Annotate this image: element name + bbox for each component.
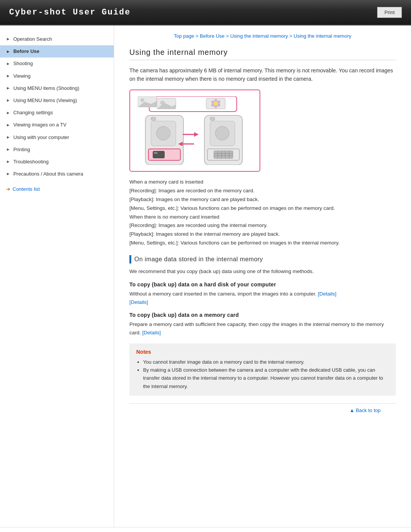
breadcrumb-top[interactable]: Top page bbox=[174, 33, 194, 39]
breadcrumb-before-use[interactable]: Before Use bbox=[200, 33, 225, 39]
svg-point-36 bbox=[211, 104, 214, 107]
arrow-icon: ► bbox=[6, 85, 10, 91]
svg-marker-8 bbox=[194, 132, 199, 137]
sidebar-item-printing[interactable]: ► Printing bbox=[0, 144, 114, 156]
notes-list: You cannot transfer image data on a memo… bbox=[136, 358, 389, 391]
svg-rect-15 bbox=[214, 151, 233, 158]
description-list: When a memory card is inserted [Recordin… bbox=[129, 178, 396, 248]
desc-line-6: [Playback]: Images stored in the interna… bbox=[129, 230, 396, 239]
notes-box: Notes You cannot transfer image data on … bbox=[129, 343, 396, 396]
section1-heading: On image data stored in the internal mem… bbox=[129, 255, 396, 264]
main-layout: ► Operation Search ► Before Use ► Shooti… bbox=[0, 26, 411, 527]
arrow-icon: ► bbox=[6, 171, 10, 177]
arrow-icon: ► bbox=[6, 134, 10, 140]
svg-point-37 bbox=[211, 101, 214, 104]
details-link-2[interactable]: [Details] bbox=[129, 299, 148, 305]
notes-title: Notes bbox=[136, 349, 389, 355]
sidebar-item-viewing[interactable]: ► Viewing bbox=[0, 70, 114, 82]
sidebar-item-menu-shooting[interactable]: ► Using MENU items (Shooting) bbox=[0, 82, 114, 94]
arrow-icon: ► bbox=[6, 110, 10, 116]
subsection1-heading: To copy (back up) data on a hard disk of… bbox=[129, 281, 396, 288]
details-link-1[interactable]: [Details] bbox=[318, 291, 336, 297]
breadcrumb-current[interactable]: Using the internal memory bbox=[294, 33, 352, 39]
sidebar-item-viewing-tv[interactable]: ► Viewing images on a TV bbox=[0, 119, 114, 131]
back-to-top-link[interactable]: ▲ Back to top bbox=[349, 407, 381, 413]
svg-point-13 bbox=[215, 126, 229, 140]
details-link-3[interactable]: [Details] bbox=[142, 330, 161, 335]
sidebar-item-menu-viewing[interactable]: ► Using MENU items (Viewing) bbox=[0, 94, 114, 107]
back-to-top[interactable]: ▲ Back to top bbox=[129, 403, 396, 415]
desc-line-5: [Recording]: Images are recorded using t… bbox=[129, 221, 396, 230]
arrow-icon: ► bbox=[6, 122, 10, 128]
notes-item-0: You cannot transfer image data on a memo… bbox=[143, 358, 389, 366]
svg-point-28 bbox=[140, 98, 144, 102]
print-button[interactable]: Print bbox=[377, 7, 402, 18]
desc-line-2: [Playback]: Images on the memory card ar… bbox=[129, 195, 396, 204]
sidebar-item-precautions[interactable]: ► Precautions / About this camera bbox=[0, 168, 114, 180]
svg-rect-22 bbox=[210, 117, 215, 120]
subsection2-text: Prepare a memory card with sufficient fr… bbox=[129, 320, 396, 337]
blue-bar-icon bbox=[129, 255, 131, 264]
notes-item-1: By making a USB connection between the c… bbox=[143, 366, 389, 390]
desc-line-0: When a memory card is inserted bbox=[129, 178, 396, 187]
desc-line-3: [Menu, Settings, etc.]: Various function… bbox=[129, 204, 396, 213]
intro-text: The camera has approximately 6 MB of int… bbox=[129, 66, 396, 83]
breadcrumb: Top page > Before Use > Using the intern… bbox=[129, 32, 396, 40]
camera-illustration bbox=[129, 89, 260, 172]
sidebar-item-before-use[interactable]: ► Before Use bbox=[0, 45, 114, 58]
subsection1-text: Without a memory card inserted in the ca… bbox=[129, 290, 396, 307]
footer: Copyright 2011 Sony Corporation bbox=[0, 527, 411, 532]
sidebar-item-shooting[interactable]: ► Shooting bbox=[0, 58, 114, 70]
desc-line-7: [Menu, Settings, etc.]: Various function… bbox=[129, 239, 396, 248]
svg-rect-6 bbox=[151, 117, 156, 120]
page-title: Using the internal memory bbox=[129, 48, 396, 60]
breadcrumb-internal-memory[interactable]: Using the internal memory bbox=[230, 33, 288, 39]
subsection2-heading: To copy (back up) data on a memory card bbox=[129, 312, 396, 318]
arrow-icon: ► bbox=[6, 36, 10, 42]
svg-point-2 bbox=[156, 126, 170, 140]
sidebar-item-changing-settings[interactable]: ► Changing settings bbox=[0, 107, 114, 119]
section1-recommend: We recommend that you copy (back up) dat… bbox=[129, 267, 396, 276]
content-area: Top page > Before Use > Using the intern… bbox=[114, 26, 411, 527]
svg-rect-5 bbox=[154, 152, 158, 154]
arrow-icon: ► bbox=[6, 97, 10, 103]
svg-point-38 bbox=[214, 102, 218, 105]
sidebar-item-operation-search[interactable]: ► Operation Search bbox=[0, 33, 114, 45]
contents-list-link[interactable]: ➜ Contents list bbox=[0, 182, 114, 196]
contents-arrow-icon: ➜ bbox=[6, 186, 10, 192]
svg-point-34 bbox=[217, 104, 220, 107]
sidebar-item-troubleshooting[interactable]: ► Troubleshooting bbox=[0, 156, 114, 168]
arrow-icon: ► bbox=[6, 49, 10, 54]
svg-point-33 bbox=[217, 101, 220, 104]
arrow-icon: ► bbox=[6, 73, 10, 79]
arrow-icon: ► bbox=[6, 159, 10, 165]
header: Cyber-shot User Guide Print bbox=[0, 0, 411, 26]
svg-point-35 bbox=[214, 105, 217, 108]
desc-line-1: [Recording]: Images are recorded on the … bbox=[129, 187, 396, 195]
sidebar: ► Operation Search ► Before Use ► Shooti… bbox=[0, 26, 114, 527]
sidebar-item-using-computer[interactable]: ► Using with your computer bbox=[0, 131, 114, 144]
arrow-icon: ► bbox=[6, 61, 10, 67]
app-title: Cyber-shot User Guide bbox=[9, 8, 131, 17]
camera-diagram-svg bbox=[138, 96, 252, 165]
arrow-icon: ► bbox=[6, 147, 10, 152]
svg-point-32 bbox=[214, 99, 217, 102]
desc-line-4: When there is no memory card inserted bbox=[129, 213, 396, 222]
